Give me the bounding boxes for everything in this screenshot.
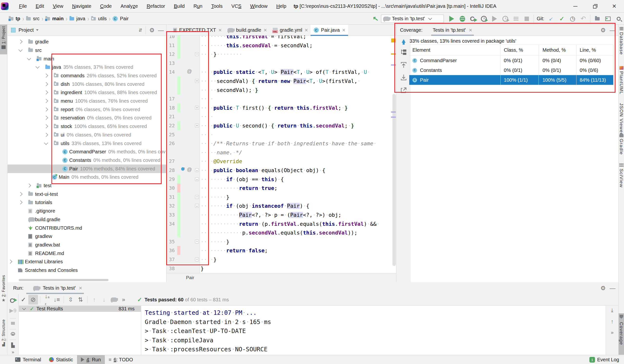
statusbar-statistic[interactable]: Statistic xyxy=(45,355,77,364)
chevron-right-icon[interactable] xyxy=(44,124,48,129)
stripe-tab-plantuml[interactable]: PlantUML xyxy=(619,65,624,100)
editor-breadcrumb[interactable]: Pair xyxy=(166,273,396,282)
menu-code[interactable]: Code xyxy=(96,3,116,9)
test-history-icon[interactable] xyxy=(109,295,119,305)
expand-all-icon[interactable]: ⇳ xyxy=(66,295,76,305)
project-structure-icon[interactable] xyxy=(592,14,602,24)
close-icon[interactable]: ✕ xyxy=(263,27,267,33)
sort-by-duration-icon[interactable]: ↓≡ xyxy=(52,295,62,305)
menu-navigate[interactable]: Navigate xyxy=(68,3,96,9)
tree-item-build.gradle[interactable]: build.gradle xyxy=(8,215,166,224)
chevron-down-icon[interactable] xyxy=(44,141,48,145)
chevron-right-icon[interactable] xyxy=(44,82,48,86)
chevron-right-icon[interactable] xyxy=(19,192,23,196)
hide-panel-icon[interactable]: — xyxy=(158,27,164,34)
test-results-row[interactable]: ✓ Test Results 831 ms xyxy=(19,306,141,312)
breadcrumb-main[interactable]: main xyxy=(45,16,64,22)
sort-alphabetically-icon[interactable]: ↓az xyxy=(42,295,52,305)
chevron-right-icon[interactable] xyxy=(8,260,12,264)
menu-view[interactable]: View xyxy=(49,3,68,9)
tree-item-external-libraries[interactable]: External Libraries xyxy=(8,258,166,266)
tree-item-gradlew.bat[interactable]: gradlew.bat xyxy=(8,241,166,249)
tree-item-.gitignore[interactable]: .gitignore xyxy=(8,207,166,215)
git-commit-icon[interactable]: ✓ xyxy=(556,14,567,24)
run-tab[interactable]: Tests in 'tp.test' ✕ xyxy=(33,282,82,294)
chevron-right-icon[interactable] xyxy=(44,73,48,78)
event-log-label[interactable]: Event Log xyxy=(597,357,619,363)
show-passed-icon[interactable]: ✓ xyxy=(19,295,28,305)
scroll-to-end-icon[interactable]: ⤓ xyxy=(611,307,614,313)
close-icon[interactable]: ✕ xyxy=(218,27,222,33)
hide-panel-icon[interactable]: — xyxy=(610,285,616,292)
breadcrumb-tp[interactable]: tp xyxy=(9,16,20,22)
breadcrumb-src[interactable]: src xyxy=(26,16,39,22)
tree-item-readme.md[interactable]: README.md xyxy=(8,249,166,258)
close-button[interactable]: ✕ xyxy=(604,0,624,13)
menu-analyze[interactable]: Analyze xyxy=(116,3,142,9)
chevron-down-icon[interactable] xyxy=(19,48,23,52)
git-history-icon[interactable]: ◷ xyxy=(567,14,578,24)
rerun-coverage-icon[interactable] xyxy=(10,297,16,302)
run-console[interactable]: Testing·started·at·12:07·PM·...Gradle·Da… xyxy=(141,306,605,355)
chevron-right-icon[interactable] xyxy=(19,200,23,205)
search-icon[interactable] xyxy=(613,14,624,24)
editor-tab-pair.java[interactable]: CPair.java✕ xyxy=(311,25,348,36)
close-icon[interactable]: ✕ xyxy=(79,286,82,291)
menu-build[interactable]: Build xyxy=(169,3,189,9)
chevron-down-icon[interactable] xyxy=(36,29,39,31)
breadcrumb-java[interactable]: java xyxy=(70,16,85,22)
build-icon[interactable]: ↖ xyxy=(370,14,381,24)
run-config-combo[interactable]: Tests in 'tp.test' xyxy=(381,15,444,23)
tree-item-contributors.md[interactable]: CONTRIBUTORS.md xyxy=(8,224,166,232)
stripe-tab-coverage[interactable]: Coverage xyxy=(619,313,624,355)
chevron-right-icon[interactable] xyxy=(44,99,48,103)
import-icon[interactable]: ▙ xyxy=(11,342,15,348)
maximize-button[interactable] xyxy=(585,0,604,13)
menu-vcs[interactable]: VCS xyxy=(227,3,246,9)
statusbar-6--todo[interactable]: ≡6: TODO xyxy=(105,355,137,364)
stripe-tab-sciview[interactable]: SciView xyxy=(619,162,624,191)
chevron-right-icon[interactable] xyxy=(19,40,23,44)
menu-help[interactable]: Help xyxy=(272,3,290,9)
gear-icon[interactable]: ⚙ xyxy=(600,285,606,292)
statusbar-4--run[interactable]: 4: Run xyxy=(77,355,105,364)
locate-icon[interactable] xyxy=(11,332,15,336)
more-icon[interactable]: » xyxy=(611,330,614,335)
menu-file[interactable]: File xyxy=(15,3,31,9)
tree-item-scratches-and-consoles[interactable]: Scratches and Consoles xyxy=(8,266,166,275)
stripe-tab-project[interactable]: 1: Project xyxy=(0,25,7,54)
tree-item-gradle[interactable]: gradle xyxy=(8,38,166,46)
horizontal-scrollbar[interactable] xyxy=(19,279,108,281)
editor-scrollbar[interactable] xyxy=(392,94,396,266)
chevron-down-icon[interactable] xyxy=(36,65,40,69)
minimize-button[interactable] xyxy=(566,0,585,13)
tree-item-tutorials[interactable]: tutorials xyxy=(8,198,166,207)
breadcrumb-utils[interactable]: utils xyxy=(91,16,107,22)
git-update-icon[interactable]: ↓ xyxy=(546,14,556,24)
chevron-right-icon[interactable] xyxy=(44,133,48,137)
more-icon[interactable]: » xyxy=(12,349,14,355)
menu-edit[interactable]: Edit xyxy=(31,3,48,9)
run-button[interactable] xyxy=(446,14,457,24)
collapse-all-icon[interactable]: ⇵ xyxy=(138,27,142,33)
stripe-tab-database[interactable]: Database xyxy=(619,26,624,61)
stripe-tab-structure[interactable]: 7: Structure ▟ xyxy=(0,318,7,353)
menu-run[interactable]: Run xyxy=(189,3,207,9)
tree-item-gradlew[interactable]: gradlew xyxy=(8,232,166,241)
editor-tab-build.gradle[interactable]: build.gradle✕ xyxy=(224,25,270,36)
statusbar-terminal[interactable]: Terminal xyxy=(11,355,45,364)
close-icon[interactable]: ✕ xyxy=(304,27,308,33)
stripe-tab-gradle[interactable]: Gradle xyxy=(619,132,624,159)
chevron-right-icon[interactable] xyxy=(44,107,48,111)
menu-window[interactable]: Window xyxy=(246,3,272,9)
stripe-tab-json-viewer[interactable]: JSON Viewer xyxy=(619,102,624,135)
chevron-down-icon[interactable] xyxy=(27,56,31,60)
menu-tools[interactable]: Tools xyxy=(207,3,227,9)
coverage-run-button[interactable] xyxy=(468,14,478,24)
chevron-right-icon[interactable] xyxy=(44,90,48,95)
editor-tab-gradle.yml[interactable]: gradle.yml✕ xyxy=(270,25,311,36)
gear-icon[interactable]: ⚙ xyxy=(149,27,155,34)
close-icon[interactable]: ✕ xyxy=(342,27,346,33)
tree-item-text-ui-test[interactable]: text-ui-test xyxy=(8,190,166,198)
collapse-all-icon[interactable]: ⇅ xyxy=(76,295,85,305)
